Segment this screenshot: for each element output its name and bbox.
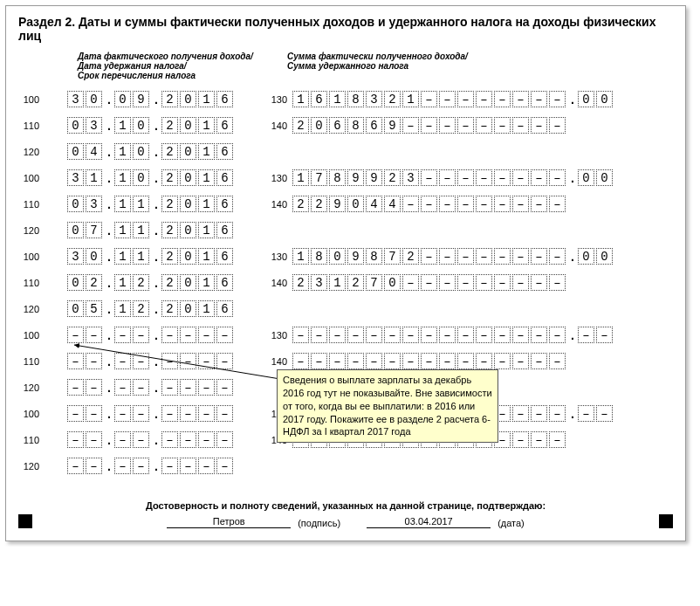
char-cell: 1	[198, 248, 215, 265]
amount-140: 140231270–––––––––	[266, 274, 567, 291]
char-cell: –	[421, 274, 437, 291]
char-cell: 0	[67, 196, 84, 212]
line-code: 110	[18, 278, 39, 288]
separator-dot: .	[106, 250, 113, 264]
char-cell: –	[133, 327, 149, 343]
char-cell: –	[494, 91, 511, 107]
char-cell: 0	[180, 274, 196, 291]
char-cell: –	[457, 274, 474, 291]
char-cell: 1	[198, 196, 215, 212]
header-left: Дата фактического получения дохода/ Дата…	[78, 52, 278, 80]
char-cell: –	[494, 169, 511, 186]
signature-row: Петров (подпись) 03.04.2017 (дата)	[18, 516, 673, 528]
char-cell: –	[329, 353, 346, 369]
separator-dot: .	[153, 119, 160, 133]
char-cell: –	[86, 431, 102, 448]
char-cell: 8	[311, 248, 327, 265]
char-cell: –	[161, 431, 178, 448]
char-cell: –	[476, 169, 492, 186]
row-120: 12004.10.2016	[18, 140, 673, 163]
amount-130: 1301789923––––––––.00	[266, 169, 614, 186]
char-cell: –	[457, 196, 474, 212]
char-cell: 0	[67, 222, 84, 238]
char-cell: 6	[366, 117, 382, 134]
char-cell: –	[549, 248, 566, 265]
char-cell: –	[439, 91, 456, 107]
row-100: 10031.10.20161301789923––––––––.00	[18, 166, 673, 189]
char-cell: –	[531, 327, 547, 343]
line-code: 110	[18, 199, 39, 210]
row-110: 11003.10.2016140206869–––––––––	[18, 114, 673, 137]
char-cell: 1	[114, 248, 131, 265]
separator-dot: .	[106, 328, 113, 342]
line-code: 100	[18, 251, 39, 262]
char-cell: –	[198, 431, 215, 448]
char-cell: 0	[329, 248, 346, 265]
char-cell: –	[421, 353, 437, 369]
row-110: 11003.11.2016140229044–––––––––	[18, 192, 673, 216]
line-code: 140	[266, 278, 287, 288]
char-cell: 1	[86, 169, 102, 186]
char-cell: –	[512, 248, 529, 265]
line-code: 110	[18, 356, 39, 367]
char-cell: –	[292, 353, 309, 369]
separator-dot: .	[153, 302, 160, 316]
char-cell: 2	[133, 274, 149, 291]
char-cell: –	[366, 327, 382, 343]
char-cell: 0	[67, 117, 84, 134]
char-cell: –	[347, 353, 364, 369]
amount-140: 140229044–––––––––	[266, 196, 567, 212]
char-cell: 1	[114, 143, 131, 160]
char-cell: –	[549, 91, 566, 107]
separator-dot: .	[106, 381, 113, 395]
char-cell: 0	[180, 91, 196, 107]
char-cell: –	[421, 117, 437, 134]
row-100: 100––.––.––––130–––––––––––––––.––	[18, 323, 673, 347]
char-cell: –	[531, 117, 547, 134]
separator-dot: .	[106, 93, 113, 107]
amount-140: 140–––––––––––––––	[266, 353, 567, 369]
line-code: 120	[18, 147, 39, 157]
line-code: 100	[18, 330, 39, 341]
char-cell: 1	[329, 91, 346, 107]
date-block: ––.––.––––	[67, 379, 235, 396]
char-cell: 0	[133, 117, 149, 134]
date-block: 05.12.2016	[67, 300, 235, 317]
char-cell: –	[549, 274, 566, 291]
char-cell: 1	[114, 274, 131, 291]
line-code: 120	[18, 304, 39, 314]
char-cell: 9	[366, 169, 382, 186]
char-cell: 0	[180, 222, 196, 238]
char-cell: 4	[366, 196, 382, 212]
char-cell: –	[180, 379, 196, 396]
char-cell: –	[476, 353, 492, 369]
char-cell: 0	[133, 169, 149, 186]
char-cell: –	[86, 379, 102, 396]
char-cell: –	[86, 327, 102, 343]
char-cell: –	[549, 117, 566, 134]
char-cell: –	[86, 353, 102, 369]
date-block: 03.11.2016	[67, 196, 235, 212]
char-cell: 0	[311, 117, 327, 134]
separator-dot: .	[153, 355, 160, 368]
char-cell: 3	[67, 248, 84, 265]
char-cell: 7	[311, 169, 327, 186]
separator-dot: .	[153, 328, 160, 342]
char-cell: –	[494, 274, 511, 291]
char-cell: –	[476, 327, 492, 343]
separator-dot: .	[106, 171, 113, 185]
char-cell: 5	[86, 300, 102, 317]
char-cell: 9	[133, 91, 149, 107]
char-cell: 0	[596, 248, 613, 265]
char-cell: 0	[114, 91, 131, 107]
char-cell: –	[347, 327, 364, 343]
char-cell: 1	[114, 222, 131, 238]
char-cell: –	[512, 353, 529, 369]
char-cell: –	[216, 327, 233, 343]
char-cell: –	[180, 405, 196, 422]
line-code: 140	[266, 356, 287, 367]
char-cell: –	[457, 169, 474, 186]
separator-dot: .	[106, 145, 113, 159]
char-cell: 2	[86, 274, 102, 291]
date-block: 31.10.2016	[67, 169, 235, 186]
